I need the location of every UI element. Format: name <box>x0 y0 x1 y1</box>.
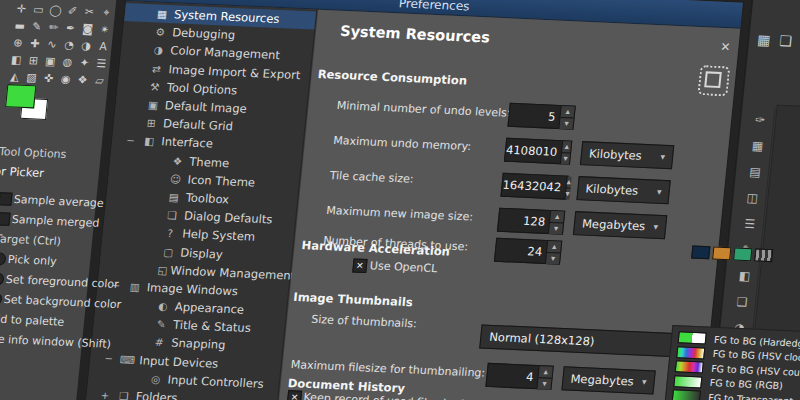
spin-buttons[interactable]: ▲▼ <box>545 241 561 264</box>
tile-cache-input[interactable]: 16432042▲▼ <box>500 173 568 200</box>
threads-input[interactable]: 24▲▼ <box>494 238 562 265</box>
tool-icon[interactable]: ✛ <box>12 0 31 18</box>
expander[interactable] <box>130 104 144 105</box>
tool-icon[interactable]: ◭ <box>5 68 24 86</box>
tool-icon[interactable]: ▭ <box>29 1 48 19</box>
expander[interactable] <box>135 49 149 50</box>
palette-chip[interactable] <box>733 247 752 261</box>
max-image-size-input[interactable]: 128▲▼ <box>497 208 565 235</box>
tool-icon[interactable]: ∿ <box>43 36 62 54</box>
tree-item-label: Help System <box>182 227 256 244</box>
expander[interactable]: − <box>104 353 119 365</box>
radio-button[interactable] <box>0 292 3 306</box>
tool-icon[interactable]: ❖ <box>73 71 92 89</box>
checkbox[interactable] <box>0 212 11 226</box>
tool-icon[interactable]: ▨ <box>22 69 41 87</box>
tree-item-icon: ? <box>161 227 180 240</box>
max-image-size-unit-dropdown[interactable]: Megabytes▾ <box>573 211 667 239</box>
tool-icon[interactable]: ✂ <box>80 3 99 21</box>
expander[interactable]: − <box>126 135 141 147</box>
tool-icon[interactable]: ◑ <box>77 37 96 55</box>
palette-chip[interactable] <box>712 246 731 260</box>
option-label: Add to palette <box>0 312 65 329</box>
spin-buttons[interactable]: ▲▼ <box>537 366 553 389</box>
tool-icon[interactable]: ✜ <box>39 70 58 88</box>
tree-item-icon: ☺ <box>166 172 185 185</box>
dock-strip-icon[interactable]: ◫ <box>738 185 767 212</box>
tree-item-icon: ▥ <box>125 280 144 293</box>
tool-icon[interactable]: ◔ <box>60 36 79 54</box>
foreground-color-swatch[interactable] <box>5 84 36 108</box>
expander[interactable] <box>139 13 153 14</box>
tool-icon[interactable]: ✴ <box>95 21 114 39</box>
tool-icon[interactable]: ✐ <box>63 2 82 20</box>
palette-chip[interactable] <box>691 246 710 260</box>
tool-icon[interactable]: ✏ <box>44 19 63 37</box>
tool-icon[interactable]: ✎ <box>27 18 46 36</box>
opencl-checkbox[interactable]: ✕ <box>352 258 367 273</box>
dock-strip-icon[interactable]: ☰ <box>735 211 764 238</box>
expander[interactable] <box>128 122 142 123</box>
dock-strip-icon[interactable]: ❏ <box>728 289 757 316</box>
dock-strip-icon[interactable]: ▦ <box>743 133 772 160</box>
tool-icon[interactable]: ◙ <box>78 20 97 38</box>
dock-strip-icon[interactable]: ▤ <box>741 159 770 186</box>
tree-item-icon: ⇄ <box>147 62 166 75</box>
expander[interactable]: + <box>100 389 115 400</box>
palette-chip[interactable] <box>754 248 773 262</box>
chevron-down-icon: ▾ <box>660 152 666 162</box>
tool-icon[interactable]: ⊞ <box>24 52 43 70</box>
dock-strip-icon[interactable]: ◧ <box>730 263 759 290</box>
tree-item-label: Toolbox <box>185 191 230 207</box>
window-title: Preferences <box>398 0 470 13</box>
radio-button[interactable]: ● <box>0 272 5 286</box>
section-resource-consumption: Resource Consumption <box>317 67 468 88</box>
tool-icon[interactable]: ⌖ <box>97 4 116 22</box>
tool-icon[interactable]: A <box>94 38 113 56</box>
option-label: Set foreground color <box>5 272 119 290</box>
tool-icon[interactable]: ◧ <box>7 51 26 69</box>
fg-bg-color-area[interactable] <box>4 84 56 122</box>
tool-icon[interactable]: ✒ <box>61 19 80 37</box>
spin-buttons[interactable]: ▲▼ <box>564 177 571 199</box>
tree-item-icon: ▢ <box>159 245 178 258</box>
gimp-toolbox-panel: ✛▭◯✐✂⌖▬✎✏✒◙✴⊕✚∿◔◑A◧⊞▣◍✦☰◭▨✜◉❖▱ ◧ Tool Op… <box>0 0 119 400</box>
undo-levels-input[interactable]: 5▲▼ <box>507 103 575 130</box>
spin-buttons[interactable]: ▲▼ <box>548 211 564 234</box>
tool-icon[interactable]: ⊕ <box>9 34 28 52</box>
spin-buttons[interactable]: ▲▼ <box>559 106 575 129</box>
tool-icon[interactable]: ▬ <box>10 17 29 35</box>
undo-memory-input[interactable]: 4108010▲▼ <box>504 138 572 165</box>
spin-buttons[interactable]: ▲▼ <box>560 141 571 163</box>
expander[interactable] <box>137 31 151 32</box>
spin-up-icon: ▲ <box>562 141 571 152</box>
tree-item-icon: ❏ <box>114 389 133 400</box>
expander[interactable] <box>134 67 148 68</box>
close-icon[interactable]: ✕ <box>720 40 731 54</box>
thumb-filesize-input[interactable]: 4▲▼ <box>485 363 553 390</box>
tile-cache-unit-dropdown[interactable]: Kilobytes▾ <box>576 176 670 204</box>
thumb-filesize-unit-dropdown[interactable]: Megabytes▾ <box>561 366 655 394</box>
tool-icon[interactable]: ▱ <box>90 72 109 90</box>
expander[interactable] <box>132 86 146 87</box>
tree-item-icon: ◱ <box>157 263 168 275</box>
tree-item-icon: ⌨ <box>118 353 137 366</box>
tool-icon[interactable]: ◯ <box>46 2 65 20</box>
dock-tab-icon[interactable]: ❏ <box>779 32 793 49</box>
tool-icon[interactable]: ◉ <box>56 70 75 88</box>
radio-button[interactable] <box>0 252 7 266</box>
checkbox[interactable] <box>0 192 13 206</box>
tree-item-icon: ⊞ <box>142 117 161 130</box>
tree-item-icon: ✎ <box>152 318 171 331</box>
keep-record-checkbox[interactable]: ✕ <box>287 390 302 400</box>
dock-strip-icon[interactable]: ✑ <box>746 107 775 134</box>
tool-icon[interactable]: ✚ <box>26 35 45 53</box>
undo-memory-unit-dropdown[interactable]: Kilobytes▾ <box>580 141 674 169</box>
dock-tab-icon[interactable]: ▦ <box>756 31 771 48</box>
tool-icon[interactable]: ◍ <box>58 53 77 71</box>
tool-options-dock-header[interactable]: ◧ Tool Options <box>0 141 102 165</box>
tool-icon[interactable]: ✦ <box>75 54 94 72</box>
tool-icon[interactable]: ☰ <box>92 55 111 73</box>
tool-icon[interactable]: ▣ <box>41 53 60 71</box>
tree-item-icon: ❑ <box>162 209 181 222</box>
